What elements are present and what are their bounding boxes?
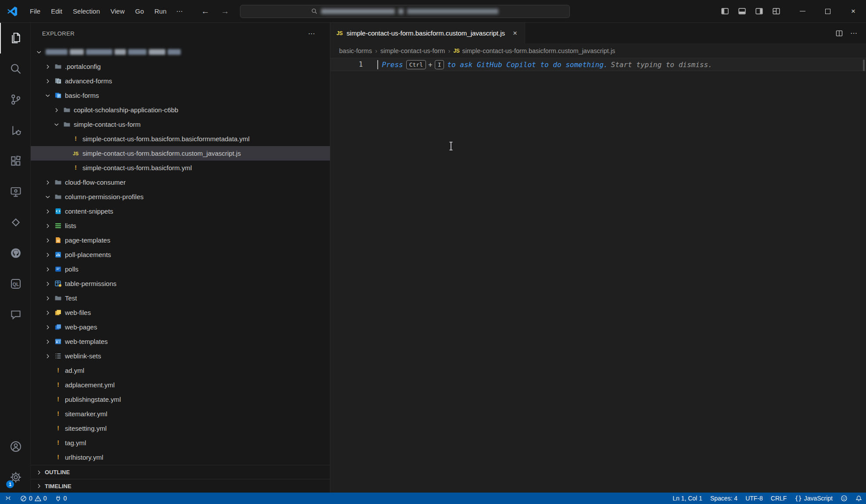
breadcrumb-label: basic-forms xyxy=(339,47,372,54)
tree-item-page-templates[interactable]: page-templates xyxy=(31,233,330,247)
activity-extensions[interactable] xyxy=(0,146,30,176)
vscode-logo-icon xyxy=(0,6,25,17)
tree-item-advanced-forms[interactable]: advanced-forms xyxy=(31,74,330,88)
activity-source-control[interactable] xyxy=(0,84,30,115)
tree-item-lists[interactable]: lists xyxy=(31,218,330,233)
tree-item-adplacement-yml[interactable]: !adplacement.yml xyxy=(31,378,330,392)
tree-item-poll-placements[interactable]: poll-placements xyxy=(31,247,330,262)
lists-icon xyxy=(53,222,63,230)
eol-sequence[interactable]: CRLF xyxy=(767,493,791,504)
code-area[interactable]: 1 Press Ctrl + I to ask GitHub Copilot t… xyxy=(330,58,866,493)
tab-close-icon[interactable]: × xyxy=(512,29,519,38)
tree-item-publishingstate-yml[interactable]: !publishingstate.yml xyxy=(31,392,330,407)
customize-layout-icon[interactable] xyxy=(769,5,784,18)
menu-run[interactable]: Run xyxy=(149,5,172,18)
explorer-more-actions-button[interactable]: ⋯ xyxy=(304,29,318,39)
activity-settings[interactable]: 1 xyxy=(0,462,30,493)
breadcrumb-item-simple-contact-us-form[interactable]: simple-contact-us-form xyxy=(380,47,445,54)
indentation[interactable]: Spaces: 4 xyxy=(706,493,741,504)
ports-indicator[interactable]: 0 xyxy=(51,493,71,504)
activity-run-debug[interactable] xyxy=(0,115,30,146)
encoding[interactable]: UTF-8 xyxy=(741,493,767,504)
close-button[interactable]: × xyxy=(841,0,866,23)
svg-text:!: ! xyxy=(75,164,77,171)
activity-accounts[interactable] xyxy=(0,431,30,462)
breadcrumb-item-basic-forms[interactable]: basic-forms xyxy=(339,47,372,54)
toggle-sidebar-icon[interactable] xyxy=(718,5,732,18)
tree-item-simple-contact-us-form-basicform-basicformmetada[interactable]: !simple-contact-us-form.basicform.basicf… xyxy=(31,132,330,146)
tree-item-portalconfig[interactable]: .portalconfig xyxy=(31,59,330,74)
menu-selection[interactable]: Selection xyxy=(68,5,105,18)
tree-item-ad-yml[interactable]: !ad.yml xyxy=(31,363,330,378)
outline-section-header[interactable]: OUTLINE xyxy=(31,465,330,479)
tree-item-web-pages[interactable]: web-pages xyxy=(31,320,330,334)
folder-icon xyxy=(53,63,63,71)
outline-label: OUTLINE xyxy=(45,469,70,475)
cursor-position[interactable]: Ln 1, Col 1 xyxy=(669,493,706,504)
yaml-icon: ! xyxy=(53,425,63,433)
remote-indicator[interactable] xyxy=(0,493,16,504)
tree-item-urlhistory-yml[interactable]: !urlhistory.yml xyxy=(31,450,330,465)
tree-item-web-files[interactable]: web-files xyxy=(31,305,330,320)
activity-power-platform[interactable] xyxy=(0,207,30,238)
activity-comments[interactable] xyxy=(0,299,30,330)
tree-item-sitesetting-yml[interactable]: !sitesetting.yml xyxy=(31,421,330,436)
tree-item-sitemarker-yml[interactable]: !sitemarker.yml xyxy=(31,407,330,421)
line-number: 1 xyxy=(330,61,363,68)
tree-item-test[interactable]: Test xyxy=(31,291,330,305)
folder-icon xyxy=(53,294,63,302)
tree-item-column-permission-profiles[interactable]: column-permission-profiles xyxy=(31,189,330,204)
menu-overflow-button[interactable]: ⋯ xyxy=(172,5,187,18)
poll-placements-icon xyxy=(53,251,63,259)
tab-custom-javascript[interactable]: JS simple-contact-us-form.basicform.cust… xyxy=(330,23,525,43)
tree-item-cloud-flow-consumer[interactable]: cloud-flow-consumer xyxy=(31,175,330,189)
tree-item-workspace-root[interactable] xyxy=(31,45,330,59)
activity-explorer[interactable] xyxy=(0,23,30,54)
breadcrumb-separator: › xyxy=(448,47,450,54)
menu-file[interactable]: File xyxy=(25,5,46,18)
language-mode[interactable]: {} JavaScript xyxy=(791,493,837,504)
history-navigation: ← → xyxy=(199,6,232,17)
back-button[interactable]: ← xyxy=(199,6,212,17)
tree-item-label: content-snippets xyxy=(65,207,113,215)
tree-item-copilot-scholarship-application-c6bb[interactable]: copilot-scholarship-application-c6bb xyxy=(31,103,330,117)
copilot-status[interactable] xyxy=(837,493,852,504)
forward-button[interactable]: → xyxy=(218,6,232,17)
breadcrumb-item-simple-contact-us-form-basicform-custom-javascri[interactable]: JSsimple-contact-us-form.basicform.custo… xyxy=(453,47,615,54)
activity-github[interactable] xyxy=(0,238,30,268)
minimize-button[interactable] xyxy=(790,0,815,23)
tree-item-web-templates[interactable]: web-templates xyxy=(31,334,330,349)
split-editor-icon[interactable] xyxy=(833,28,846,39)
activity-codeql[interactable]: QL xyxy=(0,268,30,299)
ports-icon xyxy=(55,495,61,502)
tree-item-table-permissions[interactable]: table-permissions xyxy=(31,276,330,291)
problems-indicator[interactable]: 0 0 xyxy=(16,493,51,504)
tree-item-simple-contact-us-form-basicform-yml[interactable]: !simple-contact-us-form.basicform.yml xyxy=(31,161,330,175)
chevron-spacer xyxy=(43,439,53,447)
activity-search[interactable] xyxy=(0,54,30,84)
svg-text:JS: JS xyxy=(73,151,79,156)
menu-go[interactable]: Go xyxy=(130,5,149,18)
tree-item-polls[interactable]: polls xyxy=(31,262,330,276)
toggle-secondary-sidebar-icon[interactable] xyxy=(752,5,766,18)
activity-remote-explorer[interactable] xyxy=(0,176,30,207)
tree-item-simple-contact-us-form-basicform-custom-javascri[interactable]: JSsimple-contact-us-form.basicform.custo… xyxy=(31,146,330,161)
tree-item-simple-contact-us-form[interactable]: simple-contact-us-form xyxy=(31,117,330,132)
timeline-section-header[interactable]: TIMELINE xyxy=(31,479,330,493)
menu-edit[interactable]: Edit xyxy=(46,5,68,18)
svg-text:QL: QL xyxy=(12,282,19,287)
tree-item-weblink-sets[interactable]: weblink-sets xyxy=(31,349,330,363)
more-actions-icon[interactable]: ⋯ xyxy=(848,27,860,39)
breadcrumb: basic-forms›simple-contact-us-form›JSsim… xyxy=(330,43,866,58)
maximize-button[interactable] xyxy=(815,0,841,23)
search-command-center[interactable] xyxy=(240,5,570,18)
tree-item-tag-yml[interactable]: !tag.yml xyxy=(31,436,330,450)
svg-text:!: ! xyxy=(57,381,59,388)
notifications[interactable] xyxy=(852,493,866,504)
menu-view[interactable]: View xyxy=(105,5,130,18)
tree-item-basic-forms[interactable]: basic-forms xyxy=(31,88,330,103)
tree-item-content-snippets[interactable]: content-snippets xyxy=(31,204,330,218)
svg-text:!: ! xyxy=(57,367,59,374)
form-blue-icon xyxy=(53,92,63,100)
toggle-panel-icon[interactable] xyxy=(735,5,749,18)
